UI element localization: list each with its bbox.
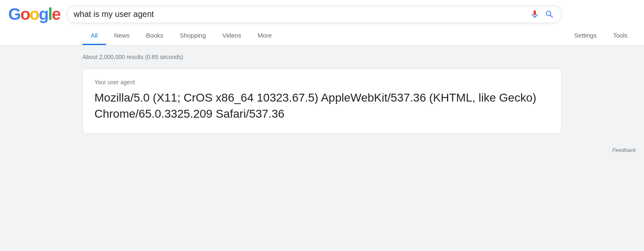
- tab-all[interactable]: All: [82, 27, 106, 45]
- tab-news[interactable]: News: [106, 27, 138, 45]
- tab-books[interactable]: Books: [138, 27, 172, 45]
- tab-more[interactable]: More: [249, 27, 280, 45]
- nav-right: Settings Tools: [566, 27, 636, 45]
- logo-l: l: [48, 5, 52, 23]
- feedback-link[interactable]: Feedback: [612, 147, 636, 153]
- logo-o2: o: [30, 5, 39, 23]
- main-content: About 2,000,000 results (0.85 seconds) Y…: [0, 45, 644, 142]
- search-box-wrapper: [67, 6, 562, 23]
- nav-tabs: All News Books Shopping Videos More Sett…: [8, 27, 636, 45]
- user-agent-label: Your user agent: [94, 79, 550, 85]
- search-box: [67, 6, 562, 23]
- header-top: Google: [8, 5, 636, 24]
- google-logo[interactable]: Google: [8, 5, 60, 24]
- logo-o1: o: [20, 5, 29, 23]
- header: Google: [0, 0, 644, 45]
- logo-e: e: [52, 5, 60, 23]
- user-agent-value: Mozilla/5.0 (X11; CrOS x86_64 10323.67.5…: [94, 90, 550, 122]
- search-box-icons: [530, 9, 555, 19]
- tab-settings[interactable]: Settings: [566, 27, 605, 45]
- tab-shopping[interactable]: Shopping: [172, 27, 214, 45]
- logo-g2: g: [39, 5, 48, 23]
- results-count: About 2,000,000 results (0.85 seconds): [82, 54, 562, 60]
- logo-g: G: [8, 5, 20, 23]
- feedback-area: Feedback: [0, 142, 644, 158]
- search-input[interactable]: [74, 9, 525, 19]
- user-agent-card: Your user agent Mozilla/5.0 (X11; CrOS x…: [82, 69, 562, 134]
- tab-videos[interactable]: Videos: [214, 27, 249, 45]
- search-icon[interactable]: [545, 9, 555, 19]
- microphone-icon[interactable]: [530, 9, 540, 19]
- tab-tools[interactable]: Tools: [605, 27, 636, 45]
